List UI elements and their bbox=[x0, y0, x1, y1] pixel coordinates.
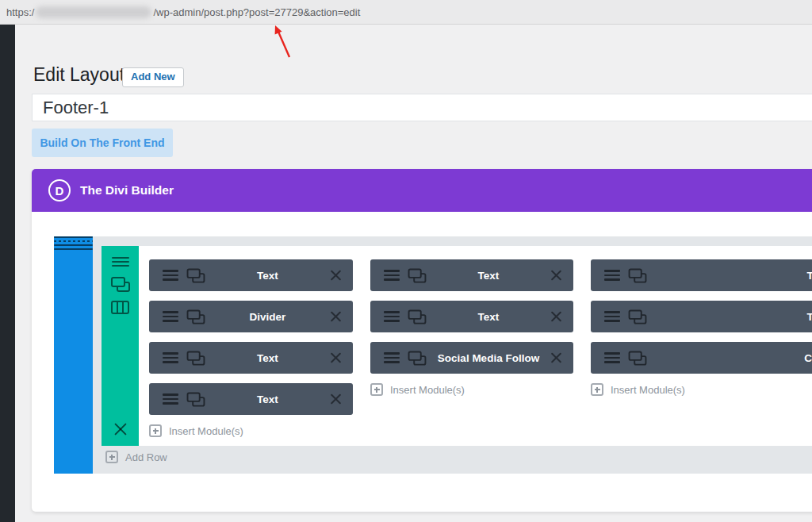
row-drag-icon[interactable] bbox=[112, 257, 129, 269]
insert-module-button[interactable]: Insert Module(s) bbox=[591, 383, 812, 396]
module-drag-icon[interactable] bbox=[384, 270, 400, 281]
row-delete-icon[interactable] bbox=[113, 422, 128, 436]
module-duplicate-icon[interactable] bbox=[629, 309, 647, 324]
module-label: Text bbox=[647, 270, 812, 282]
module-label: Text bbox=[205, 270, 330, 282]
insert-module-button[interactable]: Insert Module(s) bbox=[370, 383, 573, 396]
insert-module-button[interactable]: Insert Module(s) bbox=[149, 424, 353, 437]
build-on-front-end-button[interactable]: Build On The Front End bbox=[32, 129, 173, 157]
module-delete-icon[interactable] bbox=[550, 352, 562, 364]
module-block[interactable]: Divider bbox=[149, 301, 353, 332]
module-delete-icon[interactable] bbox=[330, 311, 342, 323]
browser-url-bar[interactable]: https://wp-admin/post.php?post=27729&act… bbox=[0, 0, 812, 25]
plus-icon bbox=[105, 451, 118, 463]
plus-icon bbox=[370, 383, 383, 396]
add-row-label: Add Row bbox=[125, 451, 167, 463]
plus-icon bbox=[149, 424, 162, 437]
row-handle[interactable] bbox=[102, 246, 139, 446]
screenshot-viewport: https://wp-admin/post.php?post=27729&act… bbox=[0, 0, 812, 522]
module-label: Text bbox=[205, 393, 330, 405]
plus-icon bbox=[591, 383, 603, 396]
module-block[interactable]: Text bbox=[591, 259, 812, 291]
module-duplicate-icon[interactable] bbox=[629, 268, 647, 282]
module-label: Text bbox=[647, 311, 812, 323]
module-drag-icon[interactable] bbox=[604, 311, 620, 322]
module-duplicate-icon[interactable] bbox=[408, 309, 427, 324]
add-row-button[interactable]: Add Row bbox=[105, 451, 167, 463]
module-drag-icon[interactable] bbox=[384, 311, 400, 322]
module-delete-icon[interactable] bbox=[550, 270, 562, 282]
builder-column: Text Text Social Media Follow Insert Mod… bbox=[370, 246, 573, 396]
module-duplicate-icon[interactable] bbox=[187, 351, 205, 365]
module-delete-icon[interactable] bbox=[330, 270, 342, 282]
divi-builder-metabox: D The Divi Builder bbox=[32, 169, 812, 512]
section-drag-icon[interactable] bbox=[54, 236, 93, 250]
module-block[interactable]: Text bbox=[370, 301, 573, 332]
module-block[interactable]: Social Media Follow bbox=[370, 342, 573, 374]
row-columns-icon[interactable] bbox=[111, 301, 129, 314]
section-handle[interactable] bbox=[54, 236, 93, 474]
module-block[interactable]: Text bbox=[149, 259, 353, 291]
module-delete-icon[interactable] bbox=[550, 311, 562, 323]
module-duplicate-icon[interactable] bbox=[187, 392, 205, 406]
module-block[interactable]: Text bbox=[149, 383, 353, 415]
builder-section: Text Divider Text Text Insert Module(s) … bbox=[54, 236, 812, 474]
builder-column: Text Divider Text Text Insert Module(s) bbox=[149, 246, 353, 437]
module-block[interactable]: Code bbox=[591, 342, 812, 374]
module-block[interactable]: Text bbox=[370, 259, 573, 291]
module-drag-icon[interactable] bbox=[163, 311, 178, 322]
divi-builder-title: The Divi Builder bbox=[80, 183, 174, 198]
module-drag-icon[interactable] bbox=[163, 270, 178, 281]
insert-module-label: Insert Module(s) bbox=[169, 425, 243, 437]
add-new-button[interactable]: Add New bbox=[122, 67, 184, 87]
module-duplicate-icon[interactable] bbox=[408, 351, 427, 365]
module-label: Text bbox=[427, 311, 550, 323]
module-duplicate-icon[interactable] bbox=[408, 268, 427, 282]
module-drag-icon[interactable] bbox=[604, 352, 620, 363]
divi-builder-header[interactable]: D The Divi Builder bbox=[32, 169, 812, 212]
module-label: Text bbox=[205, 352, 330, 364]
module-label: Social Media Follow bbox=[427, 352, 550, 364]
module-block[interactable]: Text bbox=[591, 301, 812, 332]
module-drag-icon[interactable] bbox=[163, 352, 178, 363]
row-duplicate-icon[interactable] bbox=[111, 277, 130, 292]
blurred-domain bbox=[36, 6, 151, 18]
builder-column: Text Text Code Insert Module(s) bbox=[591, 246, 812, 396]
module-label: Divider bbox=[205, 311, 330, 323]
module-drag-icon[interactable] bbox=[604, 270, 620, 281]
red-annotation-arrow bbox=[265, 24, 300, 62]
module-duplicate-icon[interactable] bbox=[187, 309, 205, 324]
insert-module-label: Insert Module(s) bbox=[390, 384, 465, 396]
module-label: Text bbox=[427, 270, 550, 282]
module-delete-icon[interactable] bbox=[330, 393, 342, 405]
module-delete-icon[interactable] bbox=[330, 352, 342, 364]
module-block[interactable]: Text bbox=[149, 342, 353, 374]
wp-admin-sidebar[interactable] bbox=[0, 25, 15, 522]
module-drag-icon[interactable] bbox=[384, 352, 400, 363]
url-prefix: https:/ bbox=[6, 6, 34, 18]
module-duplicate-icon[interactable] bbox=[187, 268, 205, 282]
module-label: Code bbox=[647, 352, 812, 364]
insert-module-label: Insert Module(s) bbox=[611, 384, 685, 396]
divi-logo-icon: D bbox=[48, 179, 71, 202]
page-title: Edit Layout bbox=[33, 63, 124, 86]
layout-title-input[interactable] bbox=[32, 94, 812, 121]
module-duplicate-icon[interactable] bbox=[629, 351, 647, 365]
builder-row: Text Divider Text Text Insert Module(s) … bbox=[102, 246, 812, 446]
url-path: /wp-admin/post.php?post=27729&action=edi… bbox=[153, 6, 360, 18]
module-drag-icon[interactable] bbox=[163, 393, 178, 405]
